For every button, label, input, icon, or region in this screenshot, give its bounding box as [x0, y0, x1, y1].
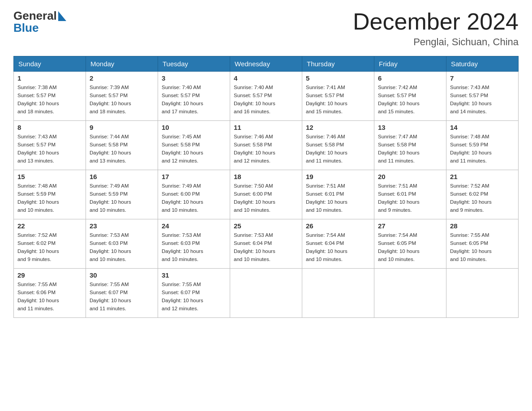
day-number: 19 — [306, 173, 370, 180]
day-number: 30 — [90, 271, 154, 279]
calendar-week-row: 1 Sunrise: 7:38 AM Sunset: 5:57 PM Dayli… — [14, 72, 519, 121]
day-info: Sunrise: 7:51 AM Sunset: 6:01 PM Dayligh… — [378, 182, 442, 214]
day-info: Sunrise: 7:53 AM Sunset: 6:03 PM Dayligh… — [162, 231, 226, 263]
day-number: 4 — [234, 74, 298, 82]
weekday-header-saturday: Saturday — [446, 56, 519, 72]
day-info: Sunrise: 7:41 AM Sunset: 5:57 PM Dayligh… — [306, 84, 370, 116]
day-info: Sunrise: 7:54 AM Sunset: 6:04 PM Dayligh… — [306, 231, 370, 263]
day-info: Sunrise: 7:39 AM Sunset: 5:57 PM Dayligh… — [90, 84, 154, 116]
day-info: Sunrise: 7:40 AM Sunset: 5:57 PM Dayligh… — [162, 84, 226, 116]
calendar-week-row: 15 Sunrise: 7:48 AM Sunset: 5:59 PM Dayl… — [14, 170, 519, 219]
location-title: Penglai, Sichuan, China — [353, 36, 519, 48]
day-info: Sunrise: 7:52 AM Sunset: 6:02 PM Dayligh… — [450, 182, 515, 214]
day-number: 11 — [234, 124, 298, 131]
calendar-cell: 6 Sunrise: 7:42 AM Sunset: 5:57 PM Dayli… — [374, 72, 446, 121]
calendar-cell: 23 Sunrise: 7:53 AM Sunset: 6:03 PM Dayl… — [86, 219, 158, 269]
calendar-cell: 28 Sunrise: 7:55 AM Sunset: 6:05 PM Dayl… — [446, 219, 519, 269]
day-info: Sunrise: 7:51 AM Sunset: 6:01 PM Dayligh… — [306, 182, 370, 214]
weekday-header-tuesday: Tuesday — [158, 56, 230, 72]
day-number: 22 — [17, 222, 82, 230]
day-info: Sunrise: 7:53 AM Sunset: 6:04 PM Dayligh… — [234, 231, 298, 263]
calendar-cell: 19 Sunrise: 7:51 AM Sunset: 6:01 PM Dayl… — [302, 170, 374, 219]
day-info: Sunrise: 7:47 AM Sunset: 5:58 PM Dayligh… — [378, 133, 442, 165]
calendar-cell: 18 Sunrise: 7:50 AM Sunset: 6:00 PM Dayl… — [230, 170, 302, 219]
calendar-cell: 2 Sunrise: 7:39 AM Sunset: 5:57 PM Dayli… — [86, 72, 158, 121]
calendar-cell: 7 Sunrise: 7:43 AM Sunset: 5:57 PM Dayli… — [446, 72, 519, 121]
day-info: Sunrise: 7:38 AM Sunset: 5:57 PM Dayligh… — [17, 84, 82, 116]
calendar-cell — [374, 269, 446, 318]
day-number: 12 — [306, 124, 370, 131]
weekday-header-friday: Friday — [374, 56, 446, 72]
logo-triangle-icon — [58, 11, 66, 21]
calendar-week-row: 22 Sunrise: 7:52 AM Sunset: 6:02 PM Dayl… — [14, 219, 519, 269]
day-info: Sunrise: 7:54 AM Sunset: 6:05 PM Dayligh… — [378, 231, 442, 263]
logo: General Blue — [13, 9, 66, 35]
day-number: 10 — [162, 124, 226, 131]
calendar-cell: 30 Sunrise: 7:55 AM Sunset: 6:07 PM Dayl… — [86, 269, 158, 318]
calendar-cell: 31 Sunrise: 7:55 AM Sunset: 6:07 PM Dayl… — [158, 269, 230, 318]
svg-marker-0 — [58, 11, 66, 21]
day-info: Sunrise: 7:50 AM Sunset: 6:00 PM Dayligh… — [234, 182, 298, 214]
day-info: Sunrise: 7:43 AM Sunset: 5:57 PM Dayligh… — [17, 133, 82, 165]
day-number: 17 — [162, 173, 226, 180]
calendar-cell: 16 Sunrise: 7:49 AM Sunset: 5:59 PM Dayl… — [86, 170, 158, 219]
calendar-cell: 29 Sunrise: 7:55 AM Sunset: 6:06 PM Dayl… — [14, 269, 86, 318]
day-number: 23 — [90, 222, 154, 230]
day-number: 20 — [378, 173, 442, 180]
calendar-cell: 14 Sunrise: 7:48 AM Sunset: 5:59 PM Dayl… — [446, 121, 519, 170]
calendar-header: SundayMondayTuesdayWednesdayThursdayFrid… — [14, 56, 519, 72]
day-info: Sunrise: 7:43 AM Sunset: 5:57 PM Dayligh… — [450, 84, 515, 116]
logo-blue-text: Blue — [13, 21, 39, 35]
day-info: Sunrise: 7:49 AM Sunset: 5:59 PM Dayligh… — [90, 182, 154, 214]
calendar-cell: 15 Sunrise: 7:48 AM Sunset: 5:59 PM Dayl… — [14, 170, 86, 219]
month-title: December 2024 — [353, 9, 519, 34]
day-number: 1 — [17, 74, 82, 82]
day-info: Sunrise: 7:49 AM Sunset: 6:00 PM Dayligh… — [162, 182, 226, 214]
day-number: 13 — [378, 124, 442, 131]
day-number: 21 — [450, 173, 515, 180]
day-info: Sunrise: 7:55 AM Sunset: 6:07 PM Dayligh… — [90, 281, 154, 313]
calendar-cell: 10 Sunrise: 7:45 AM Sunset: 5:58 PM Dayl… — [158, 121, 230, 170]
day-number: 16 — [90, 173, 154, 180]
day-info: Sunrise: 7:55 AM Sunset: 6:06 PM Dayligh… — [17, 281, 82, 313]
weekday-header-monday: Monday — [86, 56, 158, 72]
day-number: 5 — [306, 74, 370, 82]
day-number: 14 — [450, 124, 515, 131]
calendar-cell — [446, 269, 519, 318]
calendar-cell: 17 Sunrise: 7:49 AM Sunset: 6:00 PM Dayl… — [158, 170, 230, 219]
calendar-cell: 21 Sunrise: 7:52 AM Sunset: 6:02 PM Dayl… — [446, 170, 519, 219]
day-info: Sunrise: 7:48 AM Sunset: 5:59 PM Dayligh… — [17, 182, 82, 214]
calendar-cell: 13 Sunrise: 7:47 AM Sunset: 5:58 PM Dayl… — [374, 121, 446, 170]
day-info: Sunrise: 7:40 AM Sunset: 5:57 PM Dayligh… — [234, 84, 298, 116]
day-number: 15 — [17, 173, 82, 180]
calendar-cell: 24 Sunrise: 7:53 AM Sunset: 6:03 PM Dayl… — [158, 219, 230, 269]
calendar-cell: 3 Sunrise: 7:40 AM Sunset: 5:57 PM Dayli… — [158, 72, 230, 121]
weekday-header-thursday: Thursday — [302, 56, 374, 72]
weekday-header-wednesday: Wednesday — [230, 56, 302, 72]
day-number: 8 — [17, 124, 82, 131]
day-number: 7 — [450, 74, 515, 82]
calendar-cell: 27 Sunrise: 7:54 AM Sunset: 6:05 PM Dayl… — [374, 219, 446, 269]
day-info: Sunrise: 7:45 AM Sunset: 5:58 PM Dayligh… — [162, 133, 226, 165]
day-info: Sunrise: 7:48 AM Sunset: 5:59 PM Dayligh… — [450, 133, 515, 165]
day-number: 28 — [450, 222, 515, 230]
calendar-week-row: 8 Sunrise: 7:43 AM Sunset: 5:57 PM Dayli… — [14, 121, 519, 170]
day-info: Sunrise: 7:55 AM Sunset: 6:05 PM Dayligh… — [450, 231, 515, 263]
weekday-header-sunday: Sunday — [14, 56, 86, 72]
calendar-cell — [302, 269, 374, 318]
calendar-cell: 4 Sunrise: 7:40 AM Sunset: 5:57 PM Dayli… — [230, 72, 302, 121]
calendar-week-row: 29 Sunrise: 7:55 AM Sunset: 6:06 PM Dayl… — [14, 269, 519, 318]
calendar-cell: 5 Sunrise: 7:41 AM Sunset: 5:57 PM Dayli… — [302, 72, 374, 121]
day-number: 25 — [234, 222, 298, 230]
calendar-cell: 12 Sunrise: 7:46 AM Sunset: 5:58 PM Dayl… — [302, 121, 374, 170]
day-info: Sunrise: 7:52 AM Sunset: 6:02 PM Dayligh… — [17, 231, 82, 263]
day-info: Sunrise: 7:42 AM Sunset: 5:57 PM Dayligh… — [378, 84, 442, 116]
day-info: Sunrise: 7:55 AM Sunset: 6:07 PM Dayligh… — [162, 281, 226, 313]
day-number: 18 — [234, 173, 298, 180]
calendar-cell — [230, 269, 302, 318]
day-number: 9 — [90, 124, 154, 131]
title-section: December 2024 Penglai, Sichuan, China — [353, 9, 519, 48]
calendar-cell: 11 Sunrise: 7:46 AM Sunset: 5:58 PM Dayl… — [230, 121, 302, 170]
day-number: 2 — [90, 74, 154, 82]
day-info: Sunrise: 7:46 AM Sunset: 5:58 PM Dayligh… — [234, 133, 298, 165]
